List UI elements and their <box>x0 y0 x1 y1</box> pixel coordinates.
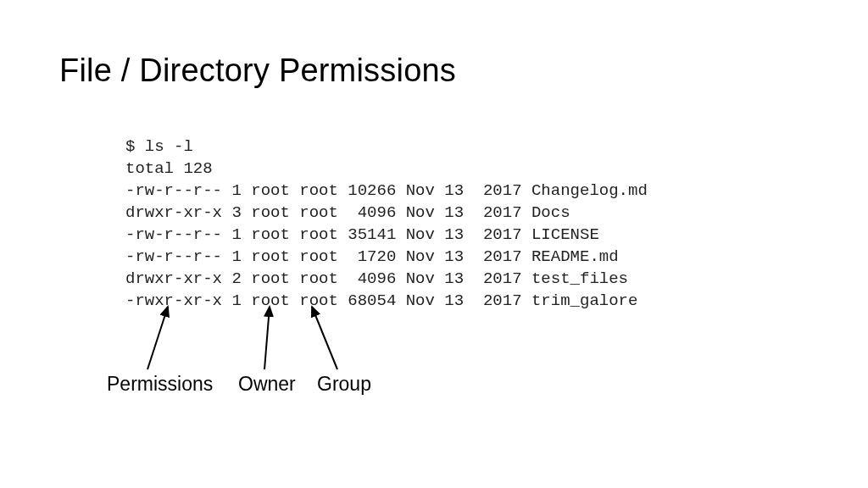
terminal-total: total 128 <box>125 159 213 178</box>
table-row: drwxr-xr-x 2 root root 4096 Nov 13 2017 … <box>125 269 628 288</box>
label-owner: Owner <box>238 373 296 396</box>
page-title: File / Directory Permissions <box>59 53 456 89</box>
arrow-group <box>312 307 337 369</box>
slide: File / Directory Permissions $ ls -l tot… <box>0 0 868 488</box>
label-group: Group <box>317 373 371 396</box>
table-row: drwxr-xr-x 3 root root 4096 Nov 13 2017 … <box>125 203 570 222</box>
terminal-block: $ ls -l total 128 -rw-r--r-- 1 root root… <box>125 136 648 312</box>
table-row: -rw-r--r-- 1 root root 35141 Nov 13 2017… <box>125 225 599 244</box>
arrow-permissions <box>147 307 168 369</box>
table-row: -rw-r--r-- 1 root root 10266 Nov 13 2017… <box>125 181 648 200</box>
label-permissions: Permissions <box>107 373 213 396</box>
table-row: -rwxr-xr-x 1 root root 68054 Nov 13 2017… <box>125 291 637 310</box>
table-row: -rw-r--r-- 1 root root 1720 Nov 13 2017 … <box>125 247 619 266</box>
terminal-command: $ ls -l <box>125 137 193 156</box>
arrow-owner <box>264 307 270 369</box>
